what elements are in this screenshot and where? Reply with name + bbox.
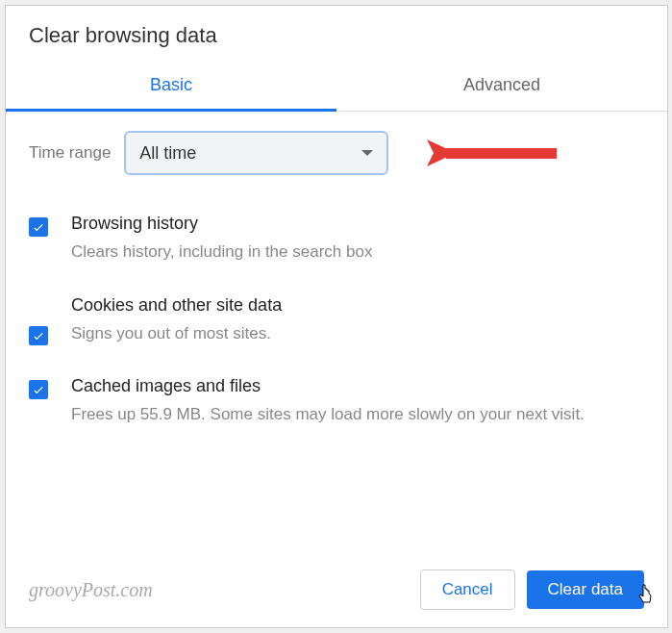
clear-browsing-data-dialog: Clear browsing data Basic Advanced Time … xyxy=(5,5,668,628)
chevron-down-icon xyxy=(361,150,373,156)
time-range-label: Time range xyxy=(29,143,111,163)
pointer-cursor-icon xyxy=(636,583,656,610)
button-row: Cancel Clear data xyxy=(420,570,644,610)
checkmark-icon xyxy=(32,329,45,342)
option-cache: Cached images and files Frees up 55.9 MB… xyxy=(29,376,644,427)
dialog-footer: groovyPost.com Cancel Clear data xyxy=(6,558,667,627)
tab-basic[interactable]: Basic xyxy=(6,60,336,111)
option-desc: Signs you out of most sites. xyxy=(71,321,282,346)
tab-advanced[interactable]: Advanced xyxy=(336,60,667,111)
clear-data-button[interactable]: Clear data xyxy=(527,570,644,609)
cancel-button[interactable]: Cancel xyxy=(420,570,515,610)
checkmark-icon xyxy=(32,383,45,396)
time-range-value: All time xyxy=(139,143,196,164)
checkbox-cookies[interactable] xyxy=(29,326,48,345)
option-cookies: Cookies and other site data Signs you ou… xyxy=(29,295,644,346)
time-range-dropdown[interactable]: All time xyxy=(124,131,388,175)
option-desc: Clears history, including in the search … xyxy=(71,240,372,265)
checkbox-cache[interactable] xyxy=(29,380,48,399)
option-title: Cookies and other site data xyxy=(71,295,282,316)
checkmark-icon xyxy=(32,220,45,234)
option-desc: Frees up 55.9 MB. Some sites may load mo… xyxy=(71,402,585,427)
red-arrow-annotation xyxy=(417,129,571,181)
option-title: Cached images and files xyxy=(71,376,585,396)
tab-bar: Basic Advanced xyxy=(6,60,667,112)
dialog-content: Time range All time Browsing xyxy=(6,112,667,558)
option-title: Browsing history xyxy=(71,214,372,234)
svg-rect-1 xyxy=(446,148,557,159)
option-text: Cached images and files Frees up 55.9 MB… xyxy=(71,376,585,427)
dialog-title: Clear browsing data xyxy=(6,6,667,60)
option-text: Browsing history Clears history, includi… xyxy=(71,214,372,265)
watermark: groovyPost.com xyxy=(29,579,153,601)
option-text: Cookies and other site data Signs you ou… xyxy=(71,295,282,346)
checkbox-browsing-history[interactable] xyxy=(29,217,48,237)
option-browsing-history: Browsing history Clears history, includi… xyxy=(29,214,644,265)
